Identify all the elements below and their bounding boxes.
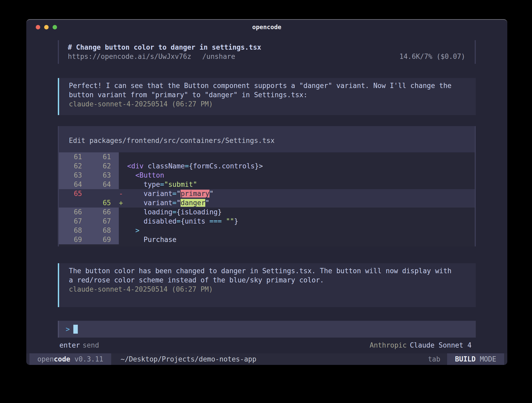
titlebar: opencode: [26, 20, 507, 34]
minimize-button[interactable]: [44, 25, 49, 29]
mode-switch-key: tab: [428, 355, 440, 363]
session-title: # Change button color to danger in setti…: [68, 43, 465, 52]
code-token: variant: [144, 190, 172, 198]
mode-chip[interactable]: BUILDMODE: [447, 353, 504, 365]
code-token: =: [177, 217, 181, 225]
code-token: [222, 217, 226, 225]
diff-old-line-number: 67: [59, 217, 89, 226]
code-token: "submit": [164, 180, 197, 188]
send-hint: entersend: [59, 341, 99, 350]
traffic-lights: [36, 20, 57, 34]
helper-row: entersend AnthropicClaude Sonnet 4: [58, 341, 476, 350]
code-token: =: [172, 190, 177, 198]
main-content: # Change button color to danger in setti…: [26, 34, 507, 350]
code-token: primary: [181, 190, 209, 198]
diff-code-line: >: [123, 226, 475, 235]
diff-row: 6464 type="submit": [59, 180, 475, 189]
diff-change-marker: [119, 152, 123, 162]
window-title: opencode: [26, 24, 507, 30]
prompt-symbol: >: [66, 324, 70, 334]
code-token: ": [177, 190, 181, 198]
status-bar-left: opencodev0.3.11 ~/Desktop/Projects/demo-…: [29, 353, 256, 365]
mode-label-bold: BUILD: [455, 355, 475, 363]
code-token: className: [148, 162, 185, 170]
session-header: # Change button color to danger in setti…: [58, 40, 476, 64]
code-token: [123, 180, 144, 188]
app-version: v0.3.11: [74, 355, 103, 363]
working-directory: ~/Desktop/Projects/demo-notes-app: [121, 355, 257, 363]
code-token: ===: [209, 217, 222, 225]
assistant-message-meta: claude-sonnet-4-20250514 (06:27 PM): [69, 285, 468, 294]
diff-change-marker: [119, 226, 123, 235]
code-token: type: [144, 180, 160, 188]
close-button[interactable]: [36, 25, 40, 29]
code-token: ": [205, 199, 209, 207]
code-token: [123, 199, 144, 207]
mode-label-rest: MODE: [480, 355, 496, 363]
app-name-prefix: open: [37, 355, 54, 363]
assistant-message-meta: claude-sonnet-4-20250514 (06:27 PM): [69, 100, 468, 109]
diff-old-line-number: 62: [59, 162, 89, 171]
diff-change-marker: [119, 171, 123, 180]
send-hint-action: send: [83, 341, 99, 349]
model-name: Claude Sonnet 4: [410, 341, 472, 349]
diff-change-marker: [119, 180, 123, 189]
model-indicator: AnthropicClaude Sonnet 4: [370, 341, 472, 350]
share-url-link[interactable]: https://opencode.ai/s/UwJxv76z: [68, 52, 191, 61]
maximize-button[interactable]: [53, 25, 57, 29]
code-token: [123, 190, 144, 198]
edit-tool-title: Edit packages/frontend/src/containers/Se…: [59, 126, 475, 152]
diff-code-line: variant="danger": [123, 198, 475, 208]
diff-old-line-number: 66: [59, 208, 89, 217]
diff-row: 65+ variant="danger": [59, 198, 475, 208]
code-token: danger: [181, 199, 205, 207]
diff-view: 61616262 <div className={formCs.controls…: [59, 152, 475, 246]
diff-row: 65- variant="primary": [59, 189, 475, 198]
code-token: disabled: [144, 217, 176, 225]
code-token: <Button: [135, 171, 164, 179]
code-token: Purchase: [144, 236, 176, 244]
diff-row: 6969 Purchase: [59, 235, 475, 244]
diff-new-line-number: 69: [89, 235, 119, 244]
assistant-message-text: Perfect! I can see that the Button compo…: [69, 81, 468, 100]
diff-code-line: disabled={units === ""}: [123, 217, 475, 226]
code-token: }: [234, 217, 238, 225]
status-bar: opencodev0.3.11 ~/Desktop/Projects/demo-…: [26, 353, 507, 365]
unshare-command[interactable]: /unshare: [202, 52, 235, 61]
assistant-message-text: The button color has been changed to dan…: [69, 266, 468, 285]
code-token: {: [177, 208, 181, 216]
diff-change-marker: [119, 217, 123, 226]
diff-row: 6363 <Button: [59, 171, 475, 180]
code-token: [123, 236, 144, 244]
code-token: <div: [127, 162, 144, 170]
diff-old-line-number: [59, 198, 89, 208]
diff-old-line-number: 63: [59, 171, 89, 180]
code-token: }: [255, 162, 259, 170]
code-token: [123, 208, 144, 216]
prompt-input[interactable]: >: [58, 321, 476, 338]
text-cursor: [73, 325, 78, 334]
diff-row: 6666 loading={isLoading}: [59, 208, 475, 217]
model-provider: Anthropic: [370, 341, 407, 349]
diff-change-marker: [119, 208, 123, 217]
code-token: [123, 162, 127, 170]
context-usage: 14.6K/7% ($0.07): [400, 52, 465, 61]
diff-old-line-number: 61: [59, 152, 89, 162]
assistant-message: Perfect! I can see that the Button compo…: [58, 78, 476, 115]
diff-code-line: <div className={formCs.controls}>: [123, 162, 475, 171]
diff-new-line-number: 65: [89, 198, 119, 208]
diff-change-marker: [119, 235, 123, 244]
diff-code-line: variant="primary": [123, 189, 475, 198]
code-token: >: [135, 226, 140, 234]
app-name-suffix: code: [54, 355, 70, 363]
diff-new-line-number: 61: [89, 152, 119, 162]
diff-row: 6161: [59, 152, 475, 162]
code-token: variant: [144, 199, 172, 207]
diff-change-marker: -: [119, 189, 123, 198]
diff-code-line: [123, 152, 475, 162]
code-token: {: [181, 217, 185, 225]
code-token: }: [218, 208, 222, 216]
code-token: [123, 217, 144, 225]
diff-new-line-number: 66: [89, 208, 119, 217]
code-token: [123, 171, 135, 179]
